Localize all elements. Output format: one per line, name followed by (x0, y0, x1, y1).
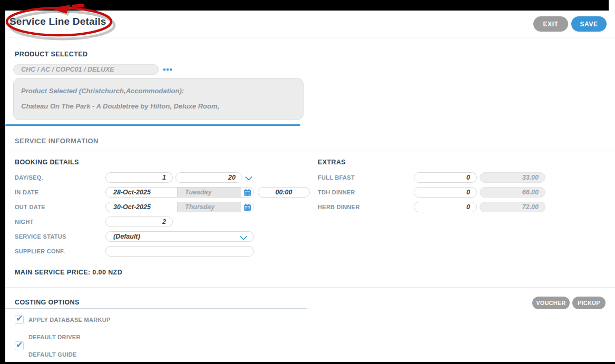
extra-label-herb-dinner: HERB DINNER (318, 204, 360, 210)
extra-price-value: 66.00 (480, 189, 545, 196)
extra-qty-herb-dinner[interactable]: 0 (414, 202, 477, 212)
main-service-price: MAIN SERVICE PRICE: 0.00 NZD (15, 269, 122, 276)
extra-price-herb-dinner: 72.00 (480, 202, 545, 212)
extra-label-full-bfast: FULL BFAST (318, 174, 355, 181)
service-status-chevron-icon (240, 233, 247, 240)
extra-price-value: 72.00 (480, 203, 545, 211)
out-date-value: 30-Oct-2025 (106, 203, 177, 211)
pickup-button[interactable]: PICKUP (572, 297, 606, 309)
titlebar-divider (5, 37, 615, 37)
day-value: 1 (106, 174, 172, 181)
product-description-field[interactable]: Product Selected (Christchurch,Accommoda… (13, 78, 304, 120)
in-date-calendar-icon[interactable] (241, 188, 253, 197)
extra-price-value: 33.00 (480, 174, 545, 181)
product-description-line1: Product Selected (Christchurch,Accommoda… (21, 83, 296, 99)
booking-details-heading: BOOKING DETAILS (15, 159, 79, 166)
costing-options-divider (5, 308, 307, 309)
extra-qty-tdh-dinner[interactable]: 0 (414, 187, 477, 198)
product-code-value: CHC / AC / COPC01 / DELUXE (14, 66, 159, 73)
default-driver-checkbox[interactable]: ✔ (15, 341, 24, 350)
page-title: Service Line Details (9, 16, 106, 27)
night-value: 2 (106, 218, 172, 225)
day-field[interactable]: 1 (105, 172, 173, 183)
apply-database-markup-checkbox[interactable]: ✔ (15, 315, 24, 324)
service-information-heading: SERVICE INFORMATION (15, 137, 99, 145)
supplier-conf-field[interactable] (105, 246, 254, 257)
backdrop-corner (609, 0, 615, 11)
more-options-icon[interactable] (163, 68, 172, 71)
service-information-divider (5, 151, 615, 151)
in-date-field[interactable]: 28-Oct-2025 Tuesday (105, 187, 254, 198)
apply-database-markup-label: APPLY DATABASE MARKUP (28, 317, 111, 323)
out-date-calendar-icon[interactable] (241, 202, 253, 212)
in-date-weekday: Tuesday (178, 189, 241, 196)
extra-qty-value: 0 (414, 174, 476, 181)
backdrop-left (0, 0, 5, 364)
check-icon: ✔ (16, 340, 23, 350)
product-selected-heading: PRODUCT SELECTED (15, 51, 87, 58)
exit-button[interactable]: EXIT (533, 16, 568, 32)
night-field[interactable]: 2 (105, 217, 173, 227)
out-date-label: OUT DATE (15, 204, 45, 210)
section-accent-line (5, 124, 300, 126)
service-line-details-window: Service Line Details EXIT SAVE PRODUCT S… (0, 0, 615, 364)
night-label: NIGHT (15, 219, 34, 225)
seq-value: 20 (176, 174, 242, 181)
out-date-field[interactable]: 30-Oct-2025 Thursday (105, 202, 254, 212)
day-seq-label: DAY/SEQ. (15, 174, 43, 181)
service-status-value: (Default) (106, 233, 240, 240)
extra-price-tdh-dinner: 66.00 (480, 187, 545, 198)
in-date-value: 28-Oct-2025 (106, 189, 177, 196)
save-button[interactable]: SAVE (571, 16, 607, 32)
extra-qty-value: 0 (414, 189, 476, 196)
in-time-field[interactable]: 00:00 (258, 187, 310, 198)
default-driver-label: DEFAULT DRIVER (28, 334, 81, 340)
extra-price-full-bfast: 33.00 (480, 172, 545, 183)
check-icon: ✔ (16, 313, 23, 323)
product-description-line2: Chateau On The Park - A Doubletree by Hi… (21, 99, 296, 114)
default-guide-label: DEFAULT GUIDE (28, 351, 77, 358)
extra-label-tdh-dinner: TDH DINNER (318, 189, 355, 195)
backdrop-top (0, 0, 609, 11)
service-status-select[interactable]: (Default) (105, 231, 254, 242)
supplier-conf-label: SUPPLIER CONF. (15, 248, 65, 254)
voucher-button[interactable]: VOUCHER (532, 297, 570, 309)
out-date-weekday: Thursday (178, 203, 241, 211)
content-panel (5, 11, 615, 362)
extra-qty-value: 0 (414, 203, 476, 211)
product-code-field[interactable]: CHC / AC / COPC01 / DELUXE (13, 64, 159, 75)
backdrop-bottom (0, 362, 615, 364)
in-date-label: IN DATE (15, 189, 38, 195)
service-status-label: SERVICE STATUS (15, 233, 66, 240)
in-time-value: 00:00 (258, 189, 309, 196)
seq-field[interactable]: 20 (175, 172, 242, 183)
extras-heading: EXTRAS (318, 159, 346, 166)
extra-qty-full-bfast[interactable]: 0 (414, 172, 477, 183)
price-divider (5, 287, 615, 288)
costing-options-heading: COSTING OPTIONS (15, 299, 80, 306)
